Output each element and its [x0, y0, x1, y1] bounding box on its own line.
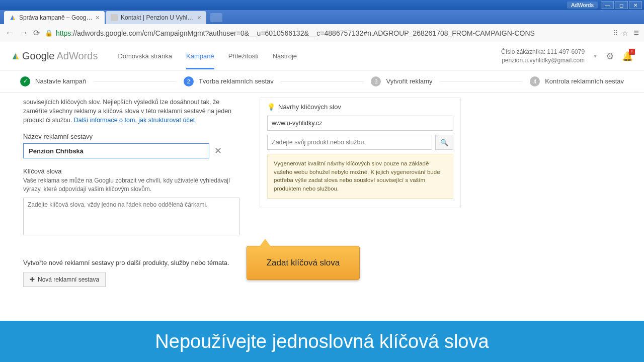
back-button[interactable]: ←	[5, 28, 14, 38]
window-titlebar: AdWords — ◻ ✕	[0, 0, 644, 10]
keywords-help: Vaše reklama se může na Googlu zobrazit …	[23, 176, 239, 194]
step-3[interactable]: 3 Vytvořit reklamy	[371, 76, 432, 86]
window-close-button[interactable]: ✕	[629, 1, 642, 9]
step-1[interactable]: ✓ Nastavte kampaň	[20, 76, 86, 86]
step-divider	[281, 81, 364, 81]
suggestions-title-row: 💡 Návrhy klíčových slov	[267, 103, 453, 111]
reload-button[interactable]: ⟳	[33, 28, 40, 38]
notifications-bell-icon[interactable]: 🔔!	[622, 51, 633, 62]
adgroup-name-row: ✕	[23, 143, 239, 158]
nav-campaigns[interactable]: Kampaně	[186, 43, 214, 69]
adwords-logo[interactable]: Google AdWords	[11, 50, 98, 62]
chrome-menu-button[interactable]: ≡	[633, 28, 639, 38]
nav-opportunities[interactable]: Příležitosti	[228, 43, 259, 69]
clear-input-icon[interactable]: ✕	[214, 145, 222, 156]
callout-text: Zadat klíčová slova	[267, 258, 340, 268]
search-icon: 🔍	[440, 139, 448, 146]
step-check-icon: ✓	[20, 76, 30, 86]
translate-icon[interactable]: ⠿	[613, 29, 618, 37]
browser-tab[interactable]: Kontakt | Penzion U Vyhlídk ×	[106, 11, 206, 24]
new-adgroup-label: Nová reklamní sestava	[38, 276, 99, 283]
step-label: Kontrola reklamních sestav	[545, 77, 624, 85]
header-right: Číslo zákazníka: 111-497-6079 penzion.u.…	[501, 48, 633, 65]
window-minimize-button[interactable]: —	[601, 1, 614, 9]
keyword-suggestions-card: 💡 Návrhy klíčových slov 🔍 Vygenerovat kv…	[260, 98, 461, 208]
keywords-label: Klíčová slova	[23, 167, 239, 175]
new-adgroup-button[interactable]: ✚ Nová reklamní sestava	[23, 273, 106, 287]
url-scheme: https	[56, 29, 71, 37]
search-button[interactable]: 🔍	[435, 135, 453, 150]
addr-actions: ⠿ ☆	[613, 29, 628, 37]
instruction-banner: Nepoužívejte jednoslovná klíčová slova	[0, 321, 644, 362]
account-number: Číslo zákazníka: 111-497-6079	[501, 48, 585, 56]
adwords-logo-icon	[11, 52, 20, 61]
campaign-steps: ✓ Nastavte kampaň 2 Tvorba reklamních se…	[0, 70, 644, 93]
settings-gear-icon[interactable]: ⚙	[606, 51, 614, 62]
keywords-textarea[interactable]	[23, 198, 239, 235]
suggestions-warning: Vygenerovat kvalitní návrhy klíčových sl…	[267, 154, 453, 199]
browser-tabstrip: Správa kampaně – Google A × Kontakt | Pe…	[0, 10, 644, 24]
svg-rect-0	[111, 14, 118, 21]
nav-tools[interactable]: Nástroje	[273, 43, 297, 69]
browser-toolbar: ← → ⟳ 🔒 https://adwords.google.com/cm/Ca…	[0, 24, 644, 42]
tab-close-icon[interactable]: ×	[96, 14, 100, 22]
forward-button[interactable]: →	[19, 28, 28, 38]
browser-tab-active[interactable]: Správa kampaně – Google A ×	[4, 11, 105, 24]
window-app-label: AdWords	[567, 2, 598, 9]
url-input-row	[267, 116, 453, 131]
product-input[interactable]	[267, 135, 432, 150]
lightbulb-icon: 💡	[267, 103, 275, 111]
bell-badge: !	[629, 49, 635, 55]
tab-title: Správa kampaně – Google A	[19, 14, 93, 21]
lock-icon: 🔒	[45, 29, 53, 37]
url-path: ://adwords.google.com/cm/CampaignMgmt?au…	[71, 29, 535, 37]
address-bar[interactable]: 🔒 https://adwords.google.com/cm/Campaign…	[45, 29, 608, 37]
step-label: Vytvořit reklamy	[386, 77, 432, 85]
step-divider	[439, 81, 523, 81]
nav-home[interactable]: Domovská stránka	[118, 43, 172, 69]
step-number-icon: 2	[184, 76, 194, 86]
plus-icon: ✚	[30, 276, 35, 283]
tab-close-icon[interactable]: ×	[197, 14, 201, 22]
adwords-header: Google AdWords Domovská stránka Kampaně …	[0, 42, 644, 70]
account-info[interactable]: Číslo zákazníka: 111-497-6079 penzion.u.…	[501, 48, 585, 65]
step-2[interactable]: 2 Tvorba reklamních sestav	[184, 76, 274, 86]
adgroup-name-label: Název reklamní sestavy	[23, 133, 239, 140]
new-tab-button[interactable]	[210, 13, 222, 22]
step-number-icon: 4	[530, 76, 540, 86]
step-label: Tvorba reklamních sestav	[199, 77, 274, 85]
adwords-nav: Domovská stránka Kampaně Příležitosti Ná…	[118, 43, 297, 69]
tab-title: Kontakt | Penzion U Vyhlídk	[121, 14, 194, 21]
step-label: Nastavte kampaň	[35, 77, 86, 85]
intro-text: souvisejících klíčových slov. Nejlepších…	[23, 98, 239, 125]
step-number-icon: 3	[371, 76, 381, 86]
adwords-favicon-icon	[9, 14, 16, 21]
website-url-input[interactable]	[267, 116, 453, 131]
suggestions-title: Návrhy klíčových slov	[278, 103, 341, 111]
callout-arrow-icon	[260, 239, 271, 246]
account-email: penzion.u.vyhlidky@gmail.com	[501, 56, 585, 65]
step-4[interactable]: 4 Kontrola reklamních sestav	[530, 76, 624, 86]
logo-text-google: Google	[22, 50, 55, 62]
left-column: souvisejících klíčových slov. Nejlepších…	[23, 98, 239, 287]
page-favicon-icon	[111, 14, 118, 21]
step-divider	[93, 81, 177, 81]
banner-text: Nepoužívejte jednoslovná klíčová slova	[155, 331, 489, 352]
adgroup-name-input[interactable]	[23, 143, 209, 158]
account-dropdown-icon[interactable]: ▼	[593, 53, 598, 59]
window-maximize-button[interactable]: ◻	[615, 1, 628, 9]
intro-link[interactable]: Další informace o tom, jak strukturovat …	[74, 117, 195, 124]
create-more-text: Vytvořte nové reklamní sestavy pro další…	[23, 258, 239, 267]
product-input-row: 🔍	[267, 135, 453, 150]
logo-text-adwords: AdWords	[57, 50, 98, 62]
tutorial-callout: Zadat klíčová slova	[247, 246, 360, 280]
star-icon[interactable]: ☆	[622, 29, 628, 37]
